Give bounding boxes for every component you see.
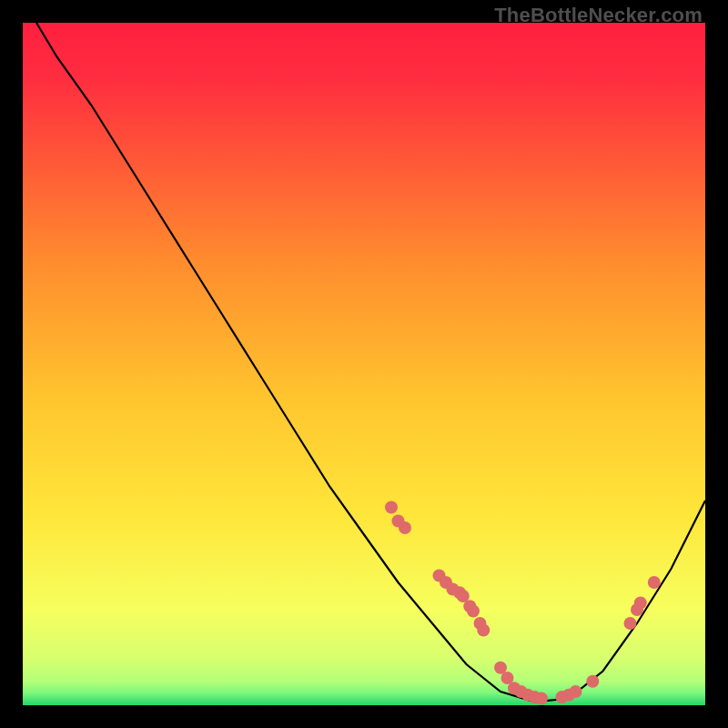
data-point [385, 501, 398, 514]
data-point [634, 597, 647, 610]
data-point [535, 693, 548, 705]
data-point [399, 521, 411, 534]
gradient-background [23, 23, 705, 705]
data-point [586, 675, 599, 688]
watermark-text: TheBottleNecker.com [494, 4, 703, 27]
data-point [624, 617, 637, 630]
chart-svg [23, 23, 705, 705]
data-point [570, 685, 582, 698]
data-point [648, 576, 661, 589]
data-point [467, 605, 480, 618]
data-point [477, 624, 490, 637]
chart-frame [23, 23, 705, 705]
